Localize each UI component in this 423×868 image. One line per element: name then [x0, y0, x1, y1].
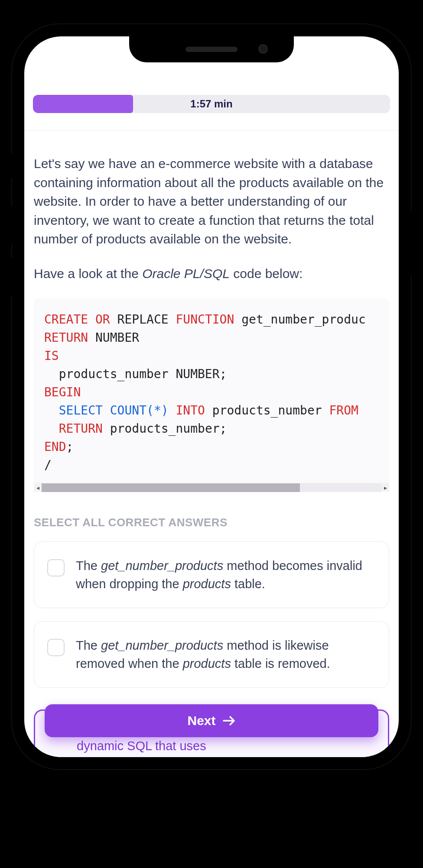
question-paragraph-2: Have a look at the Oracle PL/SQL code be… [34, 264, 389, 283]
horizontal-scrollbar[interactable]: ◂ ▸ [34, 483, 389, 492]
txt [44, 403, 59, 418]
kw-function: FUNCTION [176, 312, 234, 327]
kw-count: COUNT [110, 403, 146, 418]
txt: get_number_produc [234, 312, 365, 327]
emphasis-oracle: Oracle PL/SQL [142, 266, 230, 281]
kw-select: SELECT [59, 403, 103, 418]
progress-fill [33, 95, 133, 113]
divider [24, 130, 399, 131]
scroll-right-icon[interactable]: ▸ [381, 484, 389, 491]
speaker-grille [185, 47, 238, 52]
txt [103, 403, 110, 418]
kw-create: CREATE [44, 312, 88, 327]
paren: ) [161, 403, 169, 418]
txt: products_number NUMBER; [44, 367, 227, 381]
code-scroll-area[interactable]: CREATE OR REPLACE FUNCTION get_number_pr… [34, 311, 389, 483]
text: The [76, 559, 101, 573]
scroll-track[interactable] [42, 483, 381, 492]
progress-bar: 1:57 min [33, 95, 390, 113]
paren: ( [146, 403, 154, 418]
checkbox[interactable] [47, 559, 65, 577]
mute-switch [8, 154, 13, 178]
txt: NUMBER [88, 330, 139, 345]
code: CREATE OR REPLACE FUNCTION get_number_pr… [44, 311, 379, 474]
kw-from: FROM [329, 403, 358, 418]
txt: products_number; [103, 421, 227, 436]
kw-is: IS [44, 349, 59, 363]
kw-or: OR [88, 312, 117, 327]
answer-option-2[interactable]: The get_number_products method is likewi… [34, 621, 389, 688]
em: products [183, 577, 231, 591]
app-content: 1:57 min Let's say we have an e-commerce… [24, 36, 399, 757]
answer-text: The get_number_products method becomes i… [76, 557, 376, 593]
answer-option-1[interactable]: The get_number_products method becomes i… [34, 541, 389, 608]
phone-frame: 1:57 min Let's say we have an e-commerce… [12, 24, 411, 769]
front-camera [258, 44, 268, 54]
notch [129, 36, 294, 62]
txt [44, 421, 59, 436]
side-button [8, 206, 13, 245]
txt [169, 403, 176, 418]
star: * [154, 403, 161, 418]
txt: REPLACE [117, 312, 176, 327]
text: The [76, 638, 101, 652]
scroll-left-icon[interactable]: ◂ [34, 484, 42, 491]
txt: products_number [205, 403, 329, 418]
kw-end: END [44, 440, 66, 454]
em: get_number_products [101, 559, 223, 573]
kw-return: RETURN [59, 421, 103, 436]
answer-text: dynamic SQL that uses [77, 737, 206, 755]
power-button [410, 211, 415, 275]
question-paragraph-1: Let's say we have an e-commerce website … [34, 154, 389, 249]
answers-heading: SELECT ALL CORRECT ANSWERS [34, 516, 389, 529]
timer-label: 1:57 min [190, 98, 232, 110]
text: Have a look at the [34, 266, 142, 281]
txt: ; [66, 440, 74, 454]
kw-into: INTO [176, 403, 205, 418]
next-button[interactable]: Next [45, 704, 378, 737]
em: products [183, 657, 231, 670]
text: table is removed. [231, 657, 330, 670]
arrow-right-icon [223, 715, 236, 726]
kw-return: RETURN [44, 330, 88, 345]
answer-text: The get_number_products method is likewi… [76, 636, 376, 673]
next-label: Next [187, 713, 215, 728]
code-block: CREATE OR REPLACE FUNCTION get_number_pr… [34, 298, 389, 492]
text: code below: [230, 266, 303, 281]
side-button [8, 258, 13, 297]
txt: / [44, 458, 52, 472]
text: table. [231, 577, 265, 591]
screen: 1:57 min Let's say we have an e-commerce… [24, 36, 399, 757]
checkbox[interactable] [47, 639, 65, 656]
scroll-thumb[interactable] [42, 483, 300, 492]
kw-begin: BEGIN [44, 385, 81, 399]
em: get_number_products [101, 638, 223, 652]
text: dynamic SQL that uses [77, 739, 206, 753]
